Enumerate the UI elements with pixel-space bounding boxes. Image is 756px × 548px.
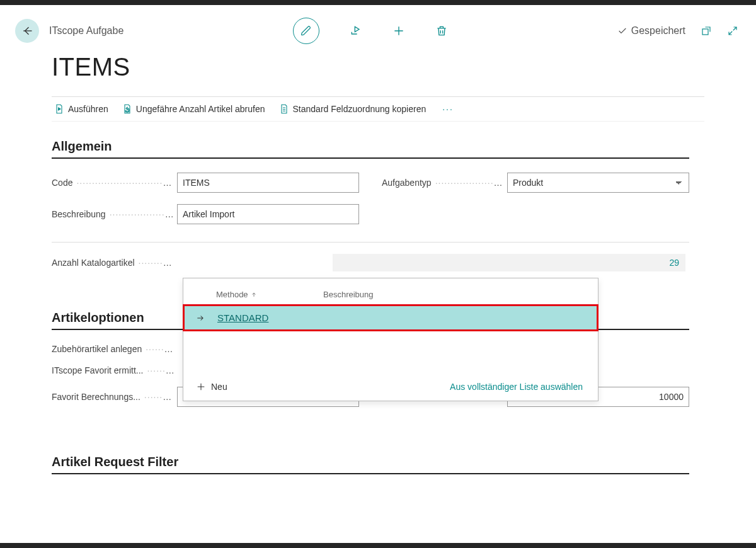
trash-icon (435, 25, 448, 37)
action-copy-mapping[interactable]: Standard Feldzuordnung kopieren (279, 103, 427, 115)
plus-icon (392, 25, 405, 37)
popout-button[interactable] (701, 25, 712, 37)
lookup-new-label: Neu (211, 382, 227, 392)
section-request-filter-title: Artikel Request Filter (52, 437, 689, 474)
lookup-col-description[interactable]: Beschreibung (323, 290, 374, 299)
label-task-type: Aufgabentyp (382, 178, 505, 188)
select-task-type[interactable]: Produkt (507, 173, 689, 193)
label-description: Beschreibung (52, 209, 175, 219)
action-fetch-count-label: Ungefähre Anzahl Artikel abrufen (136, 104, 265, 114)
action-fetch-count[interactable]: Ungefähre Anzahl Artikel abrufen (122, 103, 265, 115)
expand-icon (727, 25, 738, 37)
lookup-col-method[interactable]: Methode (216, 290, 323, 299)
breadcrumb: ITscope Aufgabe (49, 25, 123, 37)
action-copy-mapping-label: Standard Feldzuordnung kopieren (293, 104, 427, 114)
label-favorite-determine: ITscope Favorit ermitt... (52, 365, 175, 375)
back-button[interactable] (15, 19, 39, 43)
label-catalog-count: Anzahl Katalogartikel (52, 258, 175, 268)
action-more[interactable]: ··· (440, 104, 456, 114)
input-description[interactable] (177, 204, 359, 224)
pencil-icon (301, 25, 312, 37)
share-icon (350, 25, 362, 37)
lookup-full-list-link[interactable]: Aus vollständiger Liste auswählen (450, 382, 583, 392)
plus-icon (196, 382, 206, 392)
edit-button[interactable] (293, 18, 319, 44)
check-icon (617, 26, 627, 36)
action-execute-label: Ausführen (68, 104, 108, 114)
input-code[interactable] (177, 173, 359, 193)
expand-button[interactable] (727, 25, 738, 37)
value-catalog-count[interactable]: 29 (177, 254, 689, 271)
lookup-popup: Methode Beschreibung STANDARD (183, 278, 598, 401)
document-refresh-icon (122, 103, 132, 115)
saved-label: Gespeichert (631, 25, 685, 37)
lookup-highlight-box: STANDARD (183, 304, 598, 331)
label-favorite-calc: Favorit Berechnungs... (52, 392, 175, 402)
action-bar: Ausführen Ungefähre Anzahl Artikel abruf… (52, 97, 704, 122)
sort-asc-icon (251, 292, 257, 298)
arrow-left-icon (21, 25, 33, 37)
section-general-title: Allgemein (52, 122, 689, 159)
action-execute[interactable]: Ausführen (54, 103, 108, 115)
label-code: Code (52, 178, 175, 188)
share-button[interactable] (350, 25, 362, 37)
document-play-icon (54, 103, 64, 115)
lookup-row-standard[interactable]: STANDARD (185, 306, 597, 329)
lookup-row-value: STANDARD (217, 312, 268, 323)
new-button[interactable] (392, 25, 405, 37)
delete-button[interactable] (435, 25, 448, 37)
document-list-icon (279, 103, 289, 115)
popout-icon (701, 25, 712, 37)
page-title: ITEMS (0, 47, 756, 96)
arrow-right-icon (195, 314, 206, 323)
lookup-new-button[interactable]: Neu (196, 382, 227, 392)
saved-status: Gespeichert (617, 25, 685, 37)
svg-rect-0 (702, 29, 708, 35)
label-accessory-create: Zubehörartikel anlegen (52, 344, 175, 354)
